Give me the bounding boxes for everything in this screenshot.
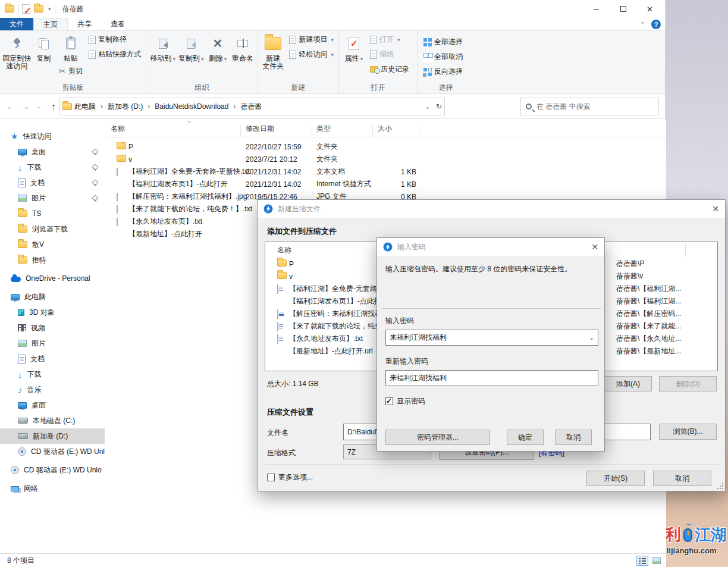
cancel-button[interactable]: 取消 xyxy=(653,471,711,486)
close-button[interactable]: ✕ xyxy=(636,0,663,18)
column-header-name[interactable]: 名称 xyxy=(111,124,125,134)
breadcrumb-current-folder[interactable]: 蓓蓓酱 xyxy=(240,102,262,112)
password-manager-button[interactable]: 密码管理器... xyxy=(385,430,490,445)
add-button[interactable]: 添加(A) xyxy=(604,376,652,391)
sidebar-item-cd-drive[interactable]: CD 驱动器 (E:) WD Unl xyxy=(0,444,105,459)
pin-icon xyxy=(92,180,98,186)
column-header-type[interactable]: 类型 xyxy=(316,124,331,134)
recent-locations-icon[interactable]: ⌄ xyxy=(32,103,46,109)
table-row[interactable]: P 2022/10/27 15:59 文件夹 xyxy=(105,140,666,153)
sidebar-item-3d-objects[interactable]: 3D 对象 xyxy=(0,305,105,320)
sidebar-item-sanv[interactable]: 散V xyxy=(0,237,105,252)
confirm-password-input[interactable]: 来福利江湖找福利 xyxy=(385,370,598,386)
select-all-button[interactable]: 全部选择 xyxy=(421,35,472,49)
sidebar-item-documents[interactable]: 文档 xyxy=(0,175,105,190)
address-dropdown-icon[interactable]: ⌄ xyxy=(425,104,430,110)
sidebar-item-drive-c[interactable]: 本地磁盘 (C:) xyxy=(0,413,105,428)
documents-icon xyxy=(18,355,26,364)
copy-path-button[interactable]: 复制路径 xyxy=(86,32,143,47)
qat-new-folder-icon[interactable] xyxy=(34,5,43,12)
properties-button[interactable]: 属性▾ xyxy=(341,32,366,64)
sidebar-item-downloads[interactable]: ↓ 下载 xyxy=(0,159,105,175)
new-folder-button[interactable]: 新建文件夹 xyxy=(261,32,285,71)
refresh-icon[interactable]: ↻ xyxy=(436,102,442,111)
sidebar-item-network[interactable]: 网络 xyxy=(0,481,105,496)
sidebar-item-pictures[interactable]: 图片 xyxy=(0,190,105,206)
breadcrumb-baidu-folder[interactable]: BaiduNetdiskDownload xyxy=(155,102,228,111)
more-options-checkbox[interactable]: 更多选项... xyxy=(267,472,313,483)
sidebar-item-onedrive[interactable]: OneDrive - Personal xyxy=(0,271,105,286)
edit-button[interactable]: 编辑 xyxy=(368,47,412,62)
resize-grip[interactable] xyxy=(717,483,723,489)
table-row[interactable]: v 2023/7/21 20:12 文件夹 xyxy=(105,153,666,165)
invert-selection-button[interactable]: 反向选择 xyxy=(421,64,472,79)
cancel-button[interactable]: 取消 xyxy=(555,430,592,445)
column-header-date[interactable]: 修改日期 xyxy=(246,124,274,134)
help-icon[interactable]: ? xyxy=(651,20,661,29)
tab-file[interactable]: 文件 xyxy=(0,18,33,30)
sidebar-item-this-pc[interactable]: 此电脑 xyxy=(0,289,105,305)
copy-button[interactable]: 复制 xyxy=(31,32,56,64)
qat-customize-icon[interactable]: ▾ xyxy=(48,6,51,12)
sidebar-item-videos[interactable]: 视频 xyxy=(0,320,105,336)
ok-button[interactable]: 确定 xyxy=(507,430,544,445)
search-box[interactable]: 在 蓓蓓酱 中搜索 xyxy=(520,98,659,115)
thumbnail-view-button[interactable] xyxy=(651,556,663,566)
paste-shortcut-button[interactable]: 粘贴快捷方式 xyxy=(86,47,143,62)
tab-home[interactable]: 主页 xyxy=(33,18,68,30)
mouse-icon xyxy=(683,528,692,542)
select-none-button[interactable]: 全部取消 xyxy=(421,49,472,64)
delete-button[interactable]: ✕ 删除▾ xyxy=(205,32,230,64)
sidebar-item-desktop[interactable]: 桌面 xyxy=(0,144,105,159)
sidebar-item-browser-downloads[interactable]: 浏览器下载 xyxy=(0,221,105,237)
browse-button[interactable]: 浏览(B)... xyxy=(659,424,717,440)
copy-path-icon xyxy=(89,36,96,44)
close-icon[interactable]: ✕ xyxy=(712,204,719,214)
sidebar-item-cd-drive-2[interactable]: CD 驱动器 (E:) WD Unlo xyxy=(0,462,105,478)
close-icon[interactable]: ✕ xyxy=(591,242,598,252)
details-view-button[interactable] xyxy=(636,556,648,566)
start-button[interactable]: 开始(S) xyxy=(586,471,645,486)
sidebar-item-downloads-pc[interactable]: ↓ 下载 xyxy=(0,366,105,382)
move-to-button[interactable]: 移动到▾ xyxy=(149,32,177,64)
sidebar-item-ts[interactable]: TS xyxy=(0,206,105,221)
rename-button[interactable]: 重命名 xyxy=(230,32,255,64)
back-icon[interactable]: ← xyxy=(4,101,18,111)
breadcrumb-this-pc[interactable]: 此电脑 xyxy=(74,102,96,112)
archive-list-column-name[interactable]: 名称 xyxy=(277,245,291,255)
sidebar-item-pictures-pc[interactable]: 图片 xyxy=(0,336,105,351)
sidebar-item-desktop-pc[interactable]: 桌面 xyxy=(0,397,105,413)
easy-access-button[interactable]: 轻松访问▾ xyxy=(287,47,336,62)
qat-properties-icon[interactable] xyxy=(22,4,30,14)
tab-view[interactable]: 查看 xyxy=(101,18,134,30)
table-row[interactable]: 【福利江湖发布页1】-点此打开 2021/12/31 14:02 Interne… xyxy=(105,178,666,190)
history-button[interactable]: 历史记录 xyxy=(368,62,412,77)
maximize-button[interactable] xyxy=(610,0,636,18)
sidebar-item-documents-pc[interactable]: 文档 xyxy=(0,351,105,366)
breadcrumb-drive-d[interactable]: 新加卷 (D:) xyxy=(108,102,143,112)
paste-button[interactable]: 粘贴 xyxy=(58,32,83,64)
password-label: 输入密码 xyxy=(385,316,414,326)
address-bar[interactable]: 此电脑› 新加卷 (D:)› BaiduNetdiskDownload› 蓓蓓酱… xyxy=(59,98,445,115)
show-password-checkbox[interactable]: 显示密码 xyxy=(385,396,425,406)
pin-to-quick-access-button[interactable]: 固定到快速访问 xyxy=(2,32,31,71)
password-input[interactable]: 来福利江湖找福利 ⌄ xyxy=(385,330,598,346)
table-row[interactable]: 【福利江湖】全免费-无套路-更新快.txt 2021/12/31 14:02 文… xyxy=(105,165,666,178)
sidebar-item-twitter[interactable]: 推特 xyxy=(0,252,105,268)
chevron-down-icon[interactable]: ⌄ xyxy=(589,334,594,341)
sidebar-item-music[interactable]: ♪ 音乐 xyxy=(0,382,105,397)
copy-to-button[interactable]: 复制到▾ xyxy=(177,32,206,64)
delete-button[interactable]: 删除(D) xyxy=(659,376,717,391)
forward-icon[interactable]: → xyxy=(18,101,32,111)
open-button[interactable]: 打开▾ xyxy=(368,32,412,47)
up-icon[interactable]: ↑ xyxy=(46,101,61,111)
sidebar-item-drive-d[interactable]: 新加卷 (D:) xyxy=(0,428,105,444)
new-item-button[interactable]: 新建项目▾ xyxy=(287,32,336,47)
sidebar-item-quick-access[interactable]: ★ 快速访问 xyxy=(0,129,105,144)
column-header-size[interactable]: 大小 xyxy=(378,124,392,134)
tab-share[interactable]: 共享 xyxy=(68,18,101,30)
collapse-ribbon-icon[interactable]: ⌃ xyxy=(640,21,645,29)
folder-icon xyxy=(18,256,27,264)
minimize-button[interactable]: ─ xyxy=(583,0,610,18)
cut-button[interactable]: ✂ 剪切 xyxy=(56,64,85,79)
